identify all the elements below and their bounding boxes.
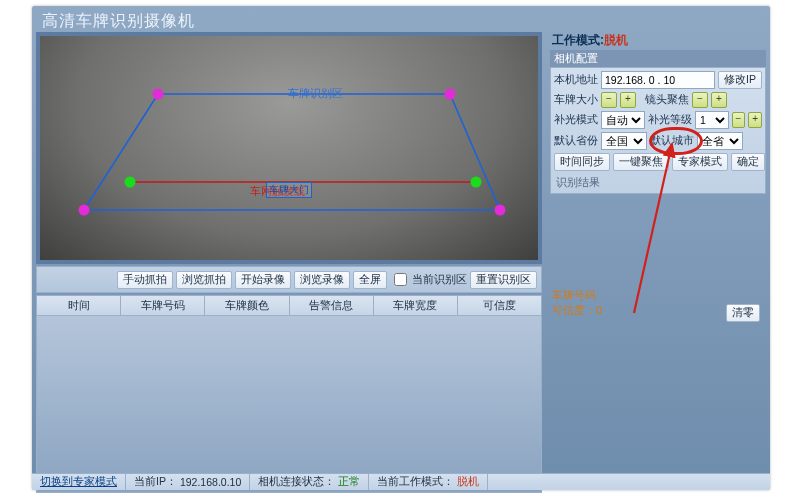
status-mode-label: 当前工作模式： [377,475,454,489]
focus-minus[interactable] [692,92,708,108]
plate-size-label: 车牌大小 [554,93,598,107]
camera-config-panel: 本机地址 修改IP 车牌大小 镜头聚焦 补光模式 自动 [550,67,766,194]
status-ip-value: 192.168.0.10 [180,476,241,488]
gate-box-label: 车牌大门 [266,182,312,198]
fill-mode-select[interactable]: 自动 [601,111,645,129]
line-handle-l[interactable] [125,177,136,188]
focus-label: 镜头聚焦 [645,93,689,107]
plate-size-plus[interactable] [620,92,636,108]
manual-capture-button[interactable]: 手动抓拍 [117,271,173,289]
col-plate: 车牌号码 [121,296,205,315]
col-time: 时间 [37,296,121,315]
zone-label: 车牌识别区 [288,86,343,101]
recognition-overlay [40,36,538,260]
poly-handle-tl[interactable] [153,89,164,100]
def-city-select[interactable]: 全省 [697,132,743,150]
camera-config-tab[interactable]: 相机配置 [550,50,766,67]
recognition-result-label: 识别结果 [554,174,762,190]
col-width: 车牌宽度 [374,296,458,315]
fill-level-plus[interactable] [748,112,762,128]
def-province-label: 默认省份 [554,134,598,148]
change-ip-button[interactable]: 修改IP [718,71,762,89]
poly-handle-bl[interactable] [79,205,90,216]
def-city-label: 默认城市 [650,134,694,148]
results-table-header: 时间 车牌号码 车牌颜色 告警信息 车牌宽度 可信度 [36,295,542,316]
fill-mode-label: 补光模式 [554,113,598,127]
col-conf: 可信度 [458,296,541,315]
confirm-button[interactable]: 确定 [731,153,765,171]
app-title: 高清车牌识别摄像机 [32,6,770,32]
fill-level-label: 补光等级 [648,113,692,127]
def-province-select[interactable]: 全国 [601,132,647,150]
work-mode-line: 工作模式:脱机 [550,32,766,49]
focus-plus[interactable] [711,92,727,108]
col-alarm: 告警信息 [290,296,374,315]
video-feed[interactable]: 车牌识别区 车网触发线 车牌大门 [36,32,542,264]
side-result-summary: 车牌号码 可信度：0 [552,288,602,318]
video-toolbar: 手动抓拍 浏览抓拍 开始录像 浏览录像 全屏 当前识别区 重置识别区 [36,266,542,293]
ip-label: 本机地址 [554,73,598,87]
status-conn-value: 正常 [338,475,360,489]
line-handle-r[interactable] [471,177,482,188]
fill-level-minus[interactable] [732,112,746,128]
switch-expert-link[interactable]: 切换到专家模式 [40,475,117,489]
status-mode-value: 脱机 [457,475,479,489]
status-conn-label: 相机连接状态： [258,475,335,489]
video-panel: 车牌识别区 车网触发线 车牌大门 手动抓拍 浏览抓拍 开始录像 浏览录像 全屏 [36,32,542,493]
redraw-zone-button[interactable]: 重置识别区 [470,271,537,289]
status-bar: 切换到专家模式 当前IP：192.168.0.10 相机连接状态：正常 当前工作… [32,473,770,490]
plate-size-minus[interactable] [601,92,617,108]
col-color: 车牌颜色 [205,296,289,315]
side-panel: 工作模式:脱机 相机配置 本机地址 修改IP 车牌大小 镜头聚焦 [550,32,766,194]
one-key-focus-button[interactable]: 一键聚焦 [613,153,669,171]
browse-capture-button[interactable]: 浏览抓拍 [176,271,232,289]
expert-mode-button[interactable]: 专家模式 [672,153,728,171]
browse-record-button[interactable]: 浏览录像 [294,271,350,289]
sync-time-button[interactable]: 时间同步 [554,153,610,171]
current-zone-checkbox[interactable]: 当前识别区 [390,270,467,289]
ip-input[interactable] [601,71,715,89]
start-record-button[interactable]: 开始录像 [235,271,291,289]
fill-level-select[interactable]: 1 [695,111,729,129]
status-ip-label: 当前IP： [134,475,177,489]
clear-button[interactable]: 清零 [726,304,760,322]
poly-handle-br[interactable] [495,205,506,216]
fullscreen-button[interactable]: 全屏 [353,271,387,289]
results-table-body[interactable] [36,316,542,493]
poly-handle-tr[interactable] [445,89,456,100]
